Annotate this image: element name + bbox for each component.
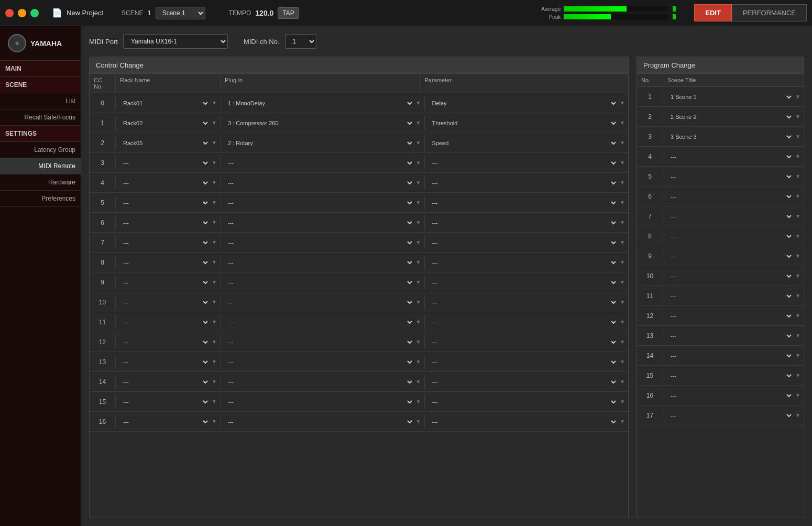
pc-cell-scene[interactable]: --- ▼ bbox=[663, 289, 804, 303]
sidebar-item-preferences[interactable]: Preferences bbox=[0, 191, 81, 207]
cc-rack-select-6[interactable]: --- bbox=[119, 217, 210, 228]
cc-param-select-7[interactable]: --- bbox=[428, 237, 618, 248]
cc-cell-param[interactable]: --- ▼ bbox=[425, 394, 629, 409]
cc-cell-param[interactable]: Threshold ▼ bbox=[425, 116, 629, 130]
cc-cell-plugin[interactable]: --- ▼ bbox=[221, 355, 425, 369]
cc-param-select-6[interactable]: --- bbox=[428, 217, 618, 228]
midi-ch-select[interactable]: 1234 5678 9101112 13141516 bbox=[285, 34, 316, 49]
cc-rack-select-13[interactable]: --- bbox=[119, 357, 210, 367]
pc-scene-select-4[interactable]: --- bbox=[666, 171, 793, 182]
cc-cell-rack[interactable]: --- ▼ bbox=[116, 414, 221, 429]
cc-cell-rack[interactable]: --- ▼ bbox=[116, 275, 221, 290]
cc-plugin-select-0[interactable]: 1 : MonoDelay bbox=[224, 98, 414, 108]
performance-button[interactable]: PERFORMANCE bbox=[732, 4, 807, 21]
pc-cell-scene[interactable]: --- ▼ bbox=[663, 309, 804, 323]
pc-scene-select-13[interactable]: --- bbox=[666, 350, 793, 361]
pc-scene-select-1[interactable]: 2 Scene 2 bbox=[666, 112, 793, 122]
cc-cell-param[interactable]: --- ▼ bbox=[425, 375, 629, 389]
pc-scene-select-12[interactable]: --- bbox=[666, 331, 793, 341]
cc-cell-rack[interactable]: --- ▼ bbox=[116, 195, 221, 210]
pc-cell-scene[interactable]: 1 Scene 1 ▼ bbox=[663, 90, 804, 104]
scene-dropdown[interactable]: Scene 1 Scene 2 Scene 3 bbox=[156, 7, 205, 19]
pc-scene-select-7[interactable]: --- bbox=[666, 231, 793, 242]
edit-button[interactable]: EDIT bbox=[694, 4, 732, 21]
pc-cell-scene[interactable]: 3 Scene 3 ▼ bbox=[663, 129, 804, 144]
cc-cell-param[interactable]: --- ▼ bbox=[425, 295, 629, 310]
cc-param-select-3[interactable]: --- bbox=[428, 158, 618, 168]
cc-cell-rack[interactable]: --- ▼ bbox=[116, 176, 221, 190]
cc-cell-plugin[interactable]: --- ▼ bbox=[221, 315, 425, 330]
cc-plugin-select-4[interactable]: --- bbox=[224, 178, 414, 188]
cc-param-select-13[interactable]: --- bbox=[428, 357, 618, 367]
cc-param-select-16[interactable]: --- bbox=[428, 417, 618, 427]
sidebar-item-midi-remote[interactable]: MIDI Remote bbox=[0, 158, 81, 174]
cc-plugin-select-2[interactable]: 2 : Rotary bbox=[224, 138, 414, 148]
cc-plugin-select-13[interactable]: --- bbox=[224, 357, 414, 367]
cc-cell-param[interactable]: --- ▼ bbox=[425, 255, 629, 270]
pc-scene-select-10[interactable]: --- bbox=[666, 291, 793, 301]
cc-rack-select-14[interactable]: --- bbox=[119, 377, 210, 387]
pc-cell-scene[interactable]: --- ▼ bbox=[663, 408, 804, 423]
cc-cell-plugin[interactable]: --- ▼ bbox=[221, 335, 425, 349]
cc-cell-rack[interactable]: Rack05 ▼ bbox=[116, 136, 221, 150]
cc-cell-rack[interactable]: --- ▼ bbox=[116, 255, 221, 270]
cc-plugin-select-8[interactable]: --- bbox=[224, 257, 414, 268]
sidebar-item-recall-safe[interactable]: Recall Safe/Focus bbox=[0, 109, 81, 126]
cc-cell-rack[interactable]: --- ▼ bbox=[116, 394, 221, 409]
midi-port-select[interactable]: Yamaha UX16-1 None Other bbox=[123, 34, 228, 49]
cc-cell-param[interactable]: Delay ▼ bbox=[425, 96, 629, 111]
pc-cell-scene[interactable]: --- ▼ bbox=[663, 209, 804, 224]
cc-param-select-4[interactable]: --- bbox=[428, 178, 618, 188]
cc-rack-select-10[interactable]: --- bbox=[119, 297, 210, 308]
pc-scene-select-11[interactable]: --- bbox=[666, 311, 793, 321]
cc-cell-plugin[interactable]: --- ▼ bbox=[221, 275, 425, 290]
cc-param-select-2[interactable]: Speed bbox=[428, 138, 618, 148]
cc-cell-rack[interactable]: --- ▼ bbox=[116, 295, 221, 310]
pc-cell-scene[interactable]: --- ▼ bbox=[663, 269, 804, 283]
cc-cell-param[interactable]: Speed ▼ bbox=[425, 136, 629, 150]
sidebar-section-scene[interactable]: SCENE bbox=[0, 77, 81, 93]
cc-cell-plugin[interactable]: --- ▼ bbox=[221, 215, 425, 230]
cc-rack-select-15[interactable]: --- bbox=[119, 397, 210, 407]
sidebar-item-latency-group[interactable]: Latency Group bbox=[0, 142, 81, 158]
cc-cell-param[interactable]: --- ▼ bbox=[425, 156, 629, 170]
pc-scene-select-16[interactable]: --- bbox=[666, 410, 793, 421]
cc-rack-select-8[interactable]: --- bbox=[119, 257, 210, 268]
cc-rack-select-11[interactable]: --- bbox=[119, 317, 210, 327]
cc-param-select-1[interactable]: Threshold bbox=[428, 118, 618, 128]
cc-cell-plugin[interactable]: --- ▼ bbox=[221, 295, 425, 310]
cc-cell-param[interactable]: --- ▼ bbox=[425, 315, 629, 330]
sidebar-item-hardware[interactable]: Hardware bbox=[0, 174, 81, 191]
cc-cell-rack[interactable]: --- ▼ bbox=[116, 355, 221, 369]
pc-cell-scene[interactable]: --- ▼ bbox=[663, 348, 804, 363]
close-button[interactable] bbox=[5, 9, 14, 17]
cc-plugin-select-9[interactable]: --- bbox=[224, 277, 414, 288]
cc-param-select-10[interactable]: --- bbox=[428, 297, 618, 308]
pc-scene-select-14[interactable]: --- bbox=[666, 370, 793, 381]
cc-cell-plugin[interactable]: --- ▼ bbox=[221, 255, 425, 270]
cc-param-select-14[interactable]: --- bbox=[428, 377, 618, 387]
minimize-button[interactable] bbox=[18, 9, 26, 17]
sidebar-item-list[interactable]: List bbox=[0, 93, 81, 109]
cc-cell-param[interactable]: --- ▼ bbox=[425, 195, 629, 210]
cc-cell-param[interactable]: --- ▼ bbox=[425, 235, 629, 250]
cc-rack-select-7[interactable]: --- bbox=[119, 237, 210, 248]
cc-cell-rack[interactable]: Rack01 ▼ bbox=[116, 96, 221, 111]
tap-button[interactable]: TAP bbox=[278, 7, 299, 19]
cc-cell-plugin[interactable]: --- ▼ bbox=[221, 414, 425, 429]
cc-rack-select-1[interactable]: Rack02 bbox=[119, 118, 210, 128]
pc-scene-select-8[interactable]: --- bbox=[666, 251, 793, 261]
cc-cell-plugin[interactable]: --- ▼ bbox=[221, 176, 425, 190]
cc-cell-plugin[interactable]: --- ▼ bbox=[221, 394, 425, 409]
pc-scene-select-15[interactable]: --- bbox=[666, 390, 793, 401]
cc-plugin-select-3[interactable]: --- bbox=[224, 158, 414, 168]
cc-plugin-select-6[interactable]: --- bbox=[224, 217, 414, 228]
cc-cell-plugin[interactable]: 1 : MonoDelay ▼ bbox=[221, 96, 425, 111]
cc-plugin-select-16[interactable]: --- bbox=[224, 417, 414, 427]
cc-plugin-select-10[interactable]: --- bbox=[224, 297, 414, 308]
pc-cell-scene[interactable]: --- ▼ bbox=[663, 169, 804, 184]
cc-cell-param[interactable]: --- ▼ bbox=[425, 215, 629, 230]
cc-plugin-select-11[interactable]: --- bbox=[224, 317, 414, 327]
cc-rack-select-0[interactable]: Rack01 bbox=[119, 98, 210, 108]
cc-param-select-11[interactable]: --- bbox=[428, 317, 618, 327]
